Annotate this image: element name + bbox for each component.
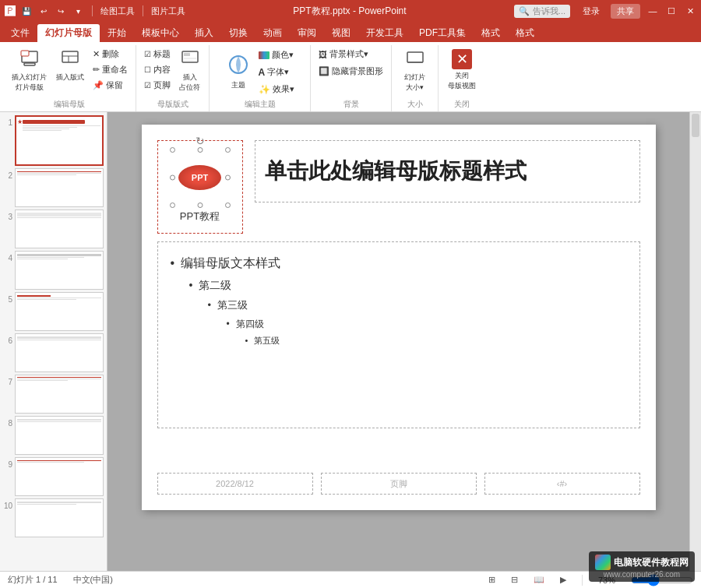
- preserve-button[interactable]: 📌 保留: [90, 78, 131, 93]
- close-label: 关闭: [454, 99, 470, 110]
- hide-bg-icon: 🔲: [319, 66, 329, 76]
- tab-slide-master[interactable]: 幻灯片母版: [37, 24, 100, 42]
- rotate-handle[interactable]: ↻: [196, 135, 205, 147]
- handle-bm[interactable]: [197, 202, 203, 208]
- footer-middle[interactable]: 页脚: [321, 473, 477, 495]
- slide-thumb-1[interactable]: 1 ★: [3, 115, 104, 166]
- handle-tr[interactable]: [225, 147, 231, 153]
- content-placeholder[interactable]: • 编辑母版文本样式 • 第二级 • 第三级 • 第四级 • 第五级: [157, 241, 640, 428]
- slide-thumb-2[interactable]: 2: [3, 168, 104, 207]
- quick-save-icon[interactable]: 💾: [20, 5, 33, 17]
- handle-mr[interactable]: [225, 175, 231, 181]
- slide-num-10: 10: [3, 498, 12, 510]
- handle-br[interactable]: [225, 202, 231, 208]
- delete-label: 删除: [102, 48, 119, 60]
- logo-box[interactable]: ↻ PPT PPT教程: [157, 140, 243, 234]
- tab-animation[interactable]: 动画: [255, 24, 290, 42]
- redo-icon[interactable]: ↪: [55, 5, 67, 17]
- slide-thumb-10[interactable]: 10: [3, 498, 104, 537]
- more-tools-icon[interactable]: ▾: [72, 5, 84, 17]
- share-button[interactable]: 共享: [611, 4, 640, 19]
- canvas-area[interactable]: ↻ PPT PPT教程 单击此处编辑母版标题样式 • 编辑母版文本样式: [107, 112, 689, 571]
- svg-rect-1: [24, 63, 35, 65]
- insert-layout-button[interactable]: 插入版式: [52, 47, 88, 85]
- close-button[interactable]: ✕: [684, 5, 696, 17]
- tab-dev[interactable]: 开发工具: [358, 24, 411, 42]
- insert-slide-master-button[interactable]: 插入幻灯片灯片母版: [8, 47, 51, 95]
- slide-img-4[interactable]: [15, 251, 104, 290]
- insert-placeholder-label: 内容: [153, 64, 171, 76]
- slide-thumb-8[interactable]: 8: [3, 416, 104, 455]
- slide-img-1[interactable]: ★: [15, 115, 104, 166]
- insert-placeholder-large-label: 插入占位符: [179, 72, 200, 93]
- insert-layout-label: 插入版式: [56, 72, 84, 83]
- theme-button[interactable]: 主题: [223, 51, 254, 93]
- search-bar[interactable]: 🔍 告诉我...: [514, 5, 570, 18]
- tab-file[interactable]: 文件: [3, 24, 37, 42]
- undo-icon[interactable]: ↩: [37, 5, 50, 17]
- insert-placeholder-button[interactable]: ☐ 内容: [141, 62, 174, 77]
- footer-button[interactable]: ☑ 页脚: [141, 78, 174, 93]
- slideshow-icon[interactable]: ▶: [560, 575, 566, 585]
- slide-thumb-5[interactable]: 5: [3, 292, 104, 331]
- minimize-button[interactable]: —: [646, 5, 659, 17]
- slide-thumb-7[interactable]: 7: [3, 375, 104, 414]
- slide-img-3[interactable]: [15, 209, 104, 248]
- footer-right[interactable]: ‹#›: [484, 473, 640, 495]
- slide-thumb-4[interactable]: 4: [3, 251, 104, 290]
- title-placeholder[interactable]: 单击此处编辑母版标题样式: [255, 140, 640, 202]
- normal-view-icon[interactable]: ⊞: [488, 575, 495, 585]
- tab-start[interactable]: 开始: [100, 24, 134, 42]
- background-label: 背景: [343, 99, 359, 110]
- login-button[interactable]: 登录: [583, 5, 600, 17]
- scroll-thumb[interactable]: [692, 114, 699, 137]
- font-button[interactable]: A 字体▾: [255, 65, 298, 79]
- slide-browse-icon[interactable]: ⊟: [511, 575, 518, 585]
- master-layout-label: 母版版式: [157, 99, 188, 110]
- bullet-1: •: [171, 252, 175, 275]
- tab-review[interactable]: 审阅: [290, 24, 324, 42]
- tab-transition[interactable]: 切换: [221, 24, 255, 42]
- footer-date[interactable]: 2022/8/12: [157, 473, 313, 495]
- effect-button[interactable]: ✨ 效果▾: [255, 82, 298, 97]
- search-placeholder[interactable]: 告诉我...: [533, 5, 565, 17]
- handle-tm[interactable]: [197, 147, 203, 153]
- slide-thumb-3[interactable]: 3: [3, 209, 104, 248]
- ribbon-group-size-inner: 幻灯片大小▾: [400, 47, 431, 97]
- rename-button[interactable]: ✏ 重命名: [90, 62, 131, 77]
- bullet-3: •: [208, 296, 212, 315]
- slide-size-button[interactable]: 幻灯片大小▾: [400, 47, 431, 95]
- slide-img-8[interactable]: [15, 416, 104, 455]
- tab-pdf[interactable]: PDF工具集: [411, 24, 474, 42]
- slide-thumb-6[interactable]: 6: [3, 333, 104, 372]
- master-placeholder-button[interactable]: ☑ 标题: [141, 47, 174, 62]
- master-placeholder-large-button[interactable]: 插入占位符: [175, 47, 204, 95]
- handle-bl[interactable]: [170, 202, 175, 208]
- tab-format2[interactable]: 格式: [508, 24, 542, 42]
- slide-thumb-9[interactable]: 9: [3, 457, 104, 496]
- handle-ml[interactable]: [170, 175, 175, 181]
- tab-insert[interactable]: 插入: [187, 24, 221, 42]
- slide-img-7[interactable]: [15, 375, 104, 414]
- right-scrollbar[interactable]: [689, 112, 701, 571]
- handle-tl[interactable]: [170, 147, 175, 153]
- background-style-button[interactable]: 🖼 背景样式▾: [315, 47, 372, 62]
- slide-img-2[interactable]: [15, 168, 104, 207]
- ribbon-group-edit-theme: 主题 颜色▾ A 字体▾ ✨ 效果▾ 编辑主题: [210, 45, 311, 111]
- delete-button[interactable]: ✕ 删除: [90, 47, 131, 62]
- slide-img-6[interactable]: [15, 333, 104, 372]
- hide-background-button[interactable]: 🔲 隐藏背景图形: [315, 64, 386, 79]
- tab-view[interactable]: 视图: [324, 24, 358, 42]
- color-button[interactable]: 颜色▾: [255, 48, 298, 62]
- content-text-2: 第二级: [199, 275, 231, 296]
- logo-ppt-text: PPT: [192, 173, 208, 182]
- maximize-button[interactable]: ☐: [665, 5, 678, 17]
- window-title: PPT教程.pptx - PowerPoint: [185, 5, 514, 18]
- tab-template[interactable]: 模板中心: [134, 24, 187, 42]
- reading-view-icon[interactable]: 📖: [534, 575, 544, 585]
- tab-format1[interactable]: 格式: [474, 24, 508, 42]
- slide-img-10[interactable]: [15, 498, 104, 537]
- slide-img-9[interactable]: [15, 457, 104, 496]
- slide-img-5[interactable]: [15, 292, 104, 331]
- close-master-view-button[interactable]: ✕ 关闭母版视图: [444, 47, 480, 93]
